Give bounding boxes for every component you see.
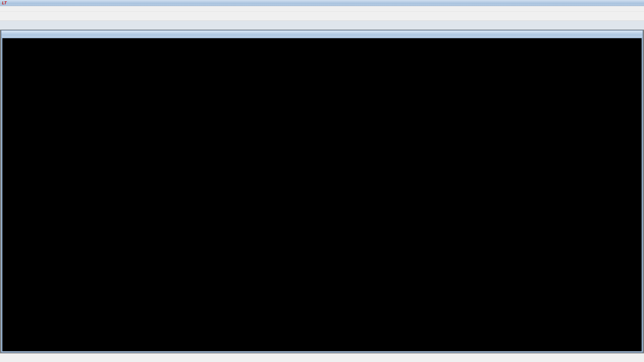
status-bar: [0, 353, 644, 362]
status-panels: [0, 360, 644, 362]
waveform-icon: [3, 32, 9, 36]
document-title-bar[interactable]: [1, 31, 643, 37]
mdi-area: [0, 30, 644, 353]
menu-bar: [0, 6, 644, 12]
waveform-window: [1, 30, 643, 353]
title-bar[interactable]: LT: [0, 0, 644, 6]
toolbar: [0, 12, 644, 21]
waveform-pane[interactable]: [1, 37, 643, 352]
plot-area: [2, 38, 642, 351]
ltspice-logo: LT: [2, 1, 7, 5]
tab-bar: [0, 21, 644, 30]
